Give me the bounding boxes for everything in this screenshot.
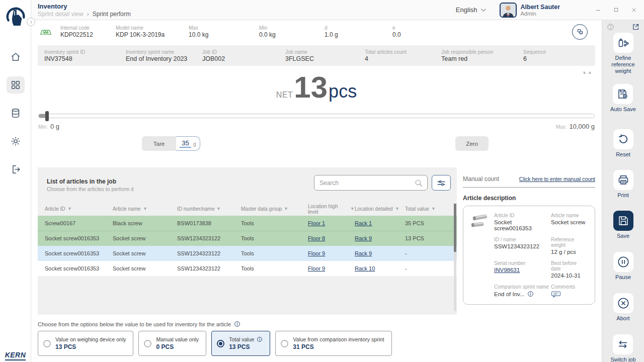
device-field: Min0.0 kg	[259, 25, 325, 38]
chevron-down-icon	[480, 8, 487, 12]
device-field: d1.0 g	[325, 25, 392, 38]
desc-comparison-sprint: Comparison sprint name End of Inv...	[494, 284, 551, 298]
comments-icon[interactable]	[551, 291, 561, 298]
location-link[interactable]: Floor 9	[308, 250, 325, 256]
define-reference-weight-button[interactable]: Define reference weight	[604, 33, 642, 74]
main-content: Internal codeKDP022512 Model nameKDP 10K…	[31, 20, 602, 362]
location-link[interactable]: Rack 9	[355, 235, 372, 241]
zero-button[interactable]: Zero	[455, 136, 489, 151]
tare-value[interactable]: 35	[180, 139, 191, 148]
close-icon[interactable]	[631, 7, 637, 13]
min-value: 0 g	[50, 123, 59, 130]
user-role: Admin	[521, 11, 560, 17]
help-icon[interactable]	[607, 23, 614, 31]
reset-button[interactable]: Reset	[613, 129, 633, 158]
sprint-field: Inventory sprint nameEnd of Inventory 20…	[126, 49, 202, 62]
table-scrollbar[interactable]	[454, 204, 456, 311]
info-icon[interactable]	[527, 291, 534, 297]
location-link[interactable]: Floor 9	[308, 265, 325, 272]
column-header[interactable]: Location detailed	[355, 206, 405, 212]
min-label: Min:	[38, 124, 48, 130]
column-header[interactable]: Master data group	[241, 206, 308, 212]
tare-button[interactable]: Tare	[142, 136, 176, 151]
manual-count-label: Manual count	[463, 175, 499, 183]
column-header[interactable]: Article name	[113, 206, 177, 212]
article-info-panel: Manual count Click here to enter manual …	[463, 167, 595, 315]
breadcrumb-current: Sprint perform	[93, 11, 131, 18]
info-icon[interactable]	[234, 321, 240, 327]
auto-save-icon	[617, 88, 629, 100]
language-selector[interactable]: English	[456, 6, 487, 14]
filter-button[interactable]	[432, 175, 451, 191]
location-link[interactable]: Floor 8	[308, 235, 325, 241]
abort-button[interactable]: Abort	[613, 293, 633, 322]
switch-device-icon[interactable]	[572, 24, 588, 40]
weight-display: NET 13 pcs	[31, 66, 602, 110]
auto-save-button[interactable]: Auto Save	[610, 84, 636, 113]
apps-grid-icon[interactable]	[7, 76, 25, 94]
article-description-title: Article description	[463, 195, 595, 202]
option-weighing-device-only[interactable]: Value on weighing device only 13 PCS	[38, 331, 133, 356]
weight-slider[interactable]	[38, 111, 595, 121]
print-button[interactable]: Print	[613, 170, 633, 199]
tare-input[interactable]: 35 g	[176, 136, 200, 151]
radio-icon[interactable]	[217, 340, 224, 347]
table-row[interactable]: Screw00167Black screw BSW0173838Tools Fl…	[38, 216, 457, 231]
max-value: 10,000 g	[569, 123, 595, 130]
article-image	[470, 213, 494, 231]
manual-count-link[interactable]: Click here to enter manual count	[519, 176, 595, 182]
logout-icon[interactable]	[7, 161, 25, 178]
device-field: Max10.0 kg	[189, 25, 259, 38]
breadcrumb: Sprint detail view › Sprint perform	[38, 11, 131, 18]
location-link[interactable]: Rack 10	[355, 265, 375, 272]
column-filter-icon	[395, 207, 399, 211]
user-info[interactable]: Albert Sauter Admin	[521, 4, 560, 17]
location-link[interactable]: Rack 1	[355, 220, 372, 226]
option-manual-value-only[interactable]: Manual value only 0 PCS	[138, 331, 206, 356]
search-input[interactable]	[314, 175, 428, 191]
desc-serial-number: Serial number INV98631	[494, 260, 551, 279]
slider-handle[interactable]	[45, 111, 49, 121]
switch-job-button[interactable]: Switch job	[610, 334, 635, 362]
maximize-icon[interactable]	[613, 7, 619, 13]
table-row[interactable]: Socket screw0016353Socket screw SSW12343…	[38, 246, 457, 261]
sidebar-toggle-button[interactable]	[27, 18, 35, 26]
settings-gear-icon[interactable]	[7, 133, 25, 150]
options-prompt-text: Choose from the options below the value …	[38, 321, 231, 327]
action-toolbar: Define reference weight Auto Save	[602, 20, 644, 362]
expand-panel-icon[interactable]	[632, 23, 639, 31]
table-row[interactable]: Socket screw0016353Socket screw SSW12343…	[38, 261, 457, 276]
database-icon[interactable]	[7, 105, 25, 122]
column-header[interactable]: ID number/name	[177, 206, 241, 212]
avatar[interactable]	[500, 3, 517, 18]
option-comparison-sprint-value[interactable]: Value from comparison inventory sprint 3…	[275, 331, 391, 356]
pause-button[interactable]: Pause	[613, 252, 633, 281]
option-total-value[interactable]: Total value 13 PCS	[211, 331, 270, 356]
radio-icon[interactable]	[281, 340, 288, 347]
sprint-field: Total articles count4	[365, 49, 441, 62]
serial-number-link[interactable]: INV98631	[494, 267, 551, 273]
device-field: Model nameKDP 10K-3-2019a	[116, 25, 189, 38]
search-field[interactable]	[319, 179, 414, 187]
print-icon	[617, 174, 629, 186]
breadcrumb-parent[interactable]: Sprint detail view	[38, 11, 84, 18]
search-icon	[414, 178, 423, 188]
save-button[interactable]: Save	[613, 211, 633, 239]
location-link[interactable]: Rack 9	[355, 250, 372, 256]
table-row[interactable]: Socket screw0016353Socket screw SSW12343…	[38, 231, 457, 246]
column-header[interactable]: Article ID	[45, 206, 113, 212]
radio-icon[interactable]	[43, 340, 51, 347]
column-filter-icon	[350, 207, 355, 211]
radio-icon[interactable]	[144, 340, 151, 347]
sidebar-nav	[7, 48, 25, 178]
column-header[interactable]: Total value	[405, 206, 457, 212]
net-label: NET	[276, 90, 293, 100]
sprint-field: Inventory sprint IDINV37548	[44, 49, 126, 62]
minimize-icon[interactable]	[595, 7, 601, 13]
pause-icon	[617, 255, 630, 268]
location-link[interactable]: Floor 1	[308, 220, 325, 226]
column-header[interactable]: Location high level	[308, 204, 355, 215]
info-icon[interactable]	[257, 336, 263, 342]
home-icon[interactable]	[7, 48, 25, 65]
window-controls	[595, 7, 637, 13]
